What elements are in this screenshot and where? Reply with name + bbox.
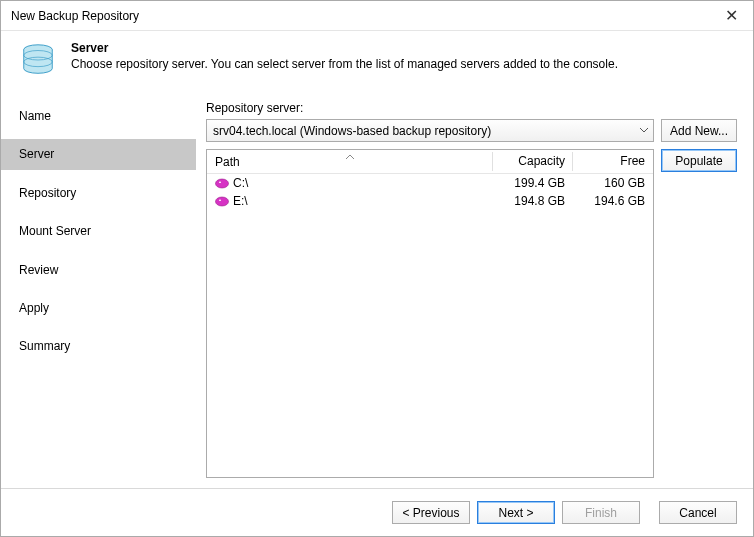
repository-server-dropdown[interactable]: srv04.tech.local (Windows-based backup r… <box>206 119 654 142</box>
repository-server-label: Repository server: <box>206 101 737 115</box>
dropdown-value: srv04.tech.local (Windows-based backup r… <box>213 124 491 138</box>
wizard-steps-sidebar: Name Server Repository Mount Server Revi… <box>1 95 196 488</box>
sort-indicator-icon <box>346 149 354 163</box>
svg-point-4 <box>219 181 221 183</box>
svg-point-3 <box>216 179 229 188</box>
sidebar-item-apply[interactable]: Apply <box>1 293 196 323</box>
drives-row: Path Capacity Free <box>206 149 737 478</box>
repository-icon <box>19 41 57 79</box>
add-new-button[interactable]: Add New... <box>661 119 737 142</box>
main-panel: Repository server: srv04.tech.local (Win… <box>196 95 753 488</box>
previous-button[interactable]: < Previous <box>392 501 470 524</box>
next-button[interactable]: Next > <box>477 501 555 524</box>
chevron-down-icon <box>635 120 653 141</box>
sidebar-item-server[interactable]: Server <box>1 139 196 169</box>
sidebar-item-summary[interactable]: Summary <box>1 331 196 361</box>
page-title: Server <box>71 41 618 55</box>
window-title: New Backup Repository <box>11 9 709 23</box>
cell-free: 194.6 GB <box>573 194 645 208</box>
cell-path: C:\ <box>215 176 493 190</box>
page-description: Choose repository server. You can select… <box>71 57 618 71</box>
drive-icon <box>215 196 229 207</box>
side-buttons: Populate <box>661 149 737 478</box>
populate-button[interactable]: Populate <box>661 149 737 172</box>
table-header: Path Capacity Free <box>207 150 653 174</box>
server-row: srv04.tech.local (Windows-based backup r… <box>206 119 737 142</box>
table-body: C:\ 199.4 GB 160 GB E:\ <box>207 174 653 477</box>
close-button[interactable]: ✕ <box>709 1 753 31</box>
footer: < Previous Next > Finish Cancel <box>1 488 753 536</box>
cell-path: E:\ <box>215 194 493 208</box>
body: Name Server Repository Mount Server Revi… <box>1 95 753 488</box>
column-header-path[interactable]: Path <box>207 150 493 173</box>
drive-icon <box>215 178 229 189</box>
cancel-button[interactable]: Cancel <box>659 501 737 524</box>
svg-point-6 <box>219 199 221 201</box>
cell-free: 160 GB <box>573 176 645 190</box>
finish-button: Finish <box>562 501 640 524</box>
table-row[interactable]: C:\ 199.4 GB 160 GB <box>207 174 653 192</box>
titlebar: New Backup Repository ✕ <box>1 1 753 31</box>
close-icon: ✕ <box>725 6 738 25</box>
drives-table: Path Capacity Free <box>206 149 654 478</box>
header-text: Server Choose repository server. You can… <box>71 41 618 71</box>
dialog-window: New Backup Repository ✕ Server Choose re… <box>0 0 754 537</box>
sidebar-item-mount-server[interactable]: Mount Server <box>1 216 196 246</box>
cell-capacity: 194.8 GB <box>493 194 573 208</box>
sidebar-item-review[interactable]: Review <box>1 255 196 285</box>
cell-capacity: 199.4 GB <box>493 176 573 190</box>
sidebar-item-repository[interactable]: Repository <box>1 178 196 208</box>
svg-point-5 <box>216 197 229 206</box>
table-row[interactable]: E:\ 194.8 GB 194.6 GB <box>207 192 653 210</box>
column-header-free[interactable]: Free <box>573 150 653 173</box>
header: Server Choose repository server. You can… <box>1 31 753 95</box>
sidebar-item-name[interactable]: Name <box>1 101 196 131</box>
column-header-capacity[interactable]: Capacity <box>493 150 573 173</box>
